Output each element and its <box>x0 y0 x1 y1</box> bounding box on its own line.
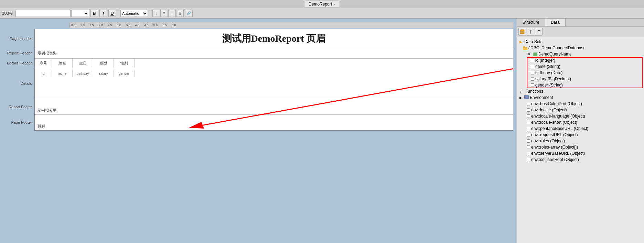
environment-icon <box>524 95 529 100</box>
svg-rect-2 <box>520 30 524 31</box>
field-birthday-item[interactable]: birthday (Date) <box>517 70 644 76</box>
environment-label: Environment <box>530 95 553 100</box>
main-area: 0.5 1.0 1.5 2.0 2.5 3.0 3.5 4.0 4.5 5.0 … <box>0 19 644 243</box>
underline-button[interactable]: U <box>108 10 116 17</box>
environment-node[interactable]: ▶ Environment <box>517 94 644 101</box>
col-header-4: 性别 <box>114 59 135 68</box>
font-size-select[interactable] <box>71 10 89 17</box>
env-checkbox-9[interactable] <box>527 158 530 161</box>
field-birthday-label: birthday (Date) <box>535 70 562 75</box>
align-icons-group: ⋮ ≡ ⋮ ☰ <box>152 10 184 17</box>
details-label: Details <box>3 68 34 99</box>
env-item-7[interactable]: env::roles-array (Object[]) <box>517 144 644 150</box>
env-item-1[interactable]: env::locale (Object) <box>517 107 644 113</box>
link-icon[interactable]: 🔗 <box>185 10 193 17</box>
env-item-0[interactable]: env::hostColonPort (Object) <box>517 101 644 107</box>
env-label-0: env::hostColonPort (Object) <box>531 101 582 106</box>
query-icon <box>533 52 537 57</box>
zoom-level: 100% <box>2 11 14 16</box>
env-checkbox-8[interactable] <box>527 152 530 155</box>
page-header-section[interactable]: 测试用DemoReport 页眉 <box>35 29 513 48</box>
env-item-9[interactable]: env::solutionRoot (Object) <box>517 156 644 163</box>
report-editor: 0.5 1.0 1.5 2.0 2.5 3.0 3.5 4.0 4.5 5.0 … <box>0 19 517 243</box>
details-header-label: Details Header <box>3 58 34 68</box>
jdbc-node[interactable]: JDBC: DemoConnectDatabase <box>517 45 644 51</box>
tab-bar: DemoReport × <box>0 0 644 8</box>
canvas-container: 测试用DemoReport 页眉 示例拟表头 序号 姓名 生日 薪酬 性别 <box>34 29 513 240</box>
svg-rect-6 <box>523 47 525 48</box>
field-salary-item[interactable]: salary (BigDecimal) <box>517 76 644 82</box>
col-header-2: 生日 <box>73 59 93 68</box>
env-item-3[interactable]: env::locale-short (Object) <box>517 119 644 125</box>
env-item-8[interactable]: env::serverBaseURL (Object) <box>517 150 644 156</box>
field-gender-item[interactable]: gender (String) <box>517 82 644 88</box>
functions-node[interactable]: f Functions <box>517 88 644 94</box>
structure-tab[interactable]: Structure <box>517 19 545 26</box>
align-right-icon[interactable]: ⋮ <box>168 10 176 17</box>
separator-1 <box>118 10 118 17</box>
bold-button[interactable]: B <box>90 10 98 17</box>
field-checkbox-name[interactable] <box>531 65 534 68</box>
env-label-3: env::locale-short (Object) <box>531 120 577 125</box>
env-label-9: env::solutionRoot (Object) <box>531 157 579 162</box>
field-checkbox-birthday[interactable] <box>531 71 534 74</box>
details-header-section[interactable]: 序号 姓名 生日 薪酬 性别 <box>35 59 513 68</box>
italic-button[interactable]: I <box>99 10 107 17</box>
env-item-4[interactable]: env::pentahoBaseURL (Object) <box>517 125 644 132</box>
env-icon-btn[interactable]: E <box>535 28 543 36</box>
function-icon-btn[interactable]: f <box>527 28 534 36</box>
col-header-0: 序号 <box>35 59 52 68</box>
env-label-4: env::pentahoBaseURL (Object) <box>531 126 588 131</box>
svg-rect-4 <box>520 33 524 34</box>
functions-label: Functions <box>525 89 543 94</box>
tab-close-button[interactable]: × <box>333 2 335 6</box>
field-id-item[interactable]: id (Integer) <box>517 57 644 63</box>
env-label-1: env::locale (Object) <box>531 108 567 112</box>
env-checkbox-7[interactable] <box>527 145 530 149</box>
env-item-2[interactable]: env::locale-language (Object) <box>517 113 644 119</box>
env-checkbox-3[interactable] <box>527 121 530 124</box>
page-footer-section[interactable]: 页脚 <box>35 115 513 130</box>
jdbc-folder-icon <box>523 45 527 50</box>
query-name-label: DemoQueryName <box>538 52 572 57</box>
env-checkbox-6[interactable] <box>527 139 530 143</box>
functions-expand-icon: f <box>518 89 523 94</box>
align-justify-icon[interactable]: ☰ <box>176 10 184 17</box>
alignment-select[interactable]: Automatic <box>120 10 148 17</box>
report-header-label: Report Header <box>3 48 34 58</box>
data-tab[interactable]: Data <box>545 19 566 26</box>
environment-expand-icon: ▶ <box>518 95 523 100</box>
page-footer-label: Page Footer <box>3 114 34 130</box>
env-checkbox-4[interactable] <box>527 127 530 130</box>
details-section[interactable]: id name birthday salary gender <box>35 68 513 99</box>
report-footer-section[interactable]: 示例拟表尾 <box>35 99 513 115</box>
field-checkbox-salary[interactable] <box>531 77 534 81</box>
svg-rect-7 <box>533 53 537 56</box>
report-canvas: 测试用DemoReport 页眉 示例拟表头 序号 姓名 生日 薪酬 性别 <box>34 29 513 131</box>
data-sets-node[interactable]: ▶ Data Sets <box>517 39 644 45</box>
align-left-icon[interactable]: ⋮ <box>152 10 160 17</box>
field-name-item[interactable]: name (String) <box>517 63 644 70</box>
env-checkbox-1[interactable] <box>527 108 530 112</box>
right-panel-tabs: Structure Data <box>517 19 644 27</box>
field-name-label: name (String) <box>535 64 560 69</box>
field-salary: salary <box>93 70 114 77</box>
align-center-icon[interactable]: ≡ <box>160 10 168 17</box>
demo-report-tab[interactable]: DemoReport × <box>304 1 340 7</box>
field-name: name <box>52 70 73 77</box>
env-checkbox-2[interactable] <box>527 114 530 118</box>
field-checkbox-id[interactable] <box>531 59 534 62</box>
field-salary-label: salary (BigDecimal) <box>535 77 571 81</box>
env-item-6[interactable]: env::roles (Object) <box>517 138 644 144</box>
env-label-5: env::requestURL (Object) <box>531 132 578 137</box>
env-checkbox-5[interactable] <box>527 133 530 136</box>
report-footer-label: Report Footer <box>3 99 34 114</box>
font-family-input[interactable] <box>15 10 71 17</box>
database-icon-btn[interactable] <box>518 28 526 36</box>
report-header-section[interactable]: 示例拟表头 <box>35 48 513 59</box>
env-item-5[interactable]: env::requestURL (Object) <box>517 132 644 138</box>
query-name-node[interactable]: ▼ DemoQueryName <box>517 51 644 57</box>
field-checkbox-gender[interactable] <box>531 83 534 87</box>
env-checkbox-0[interactable] <box>527 102 530 105</box>
env-label-7: env::roles-array (Object[]) <box>531 145 578 150</box>
